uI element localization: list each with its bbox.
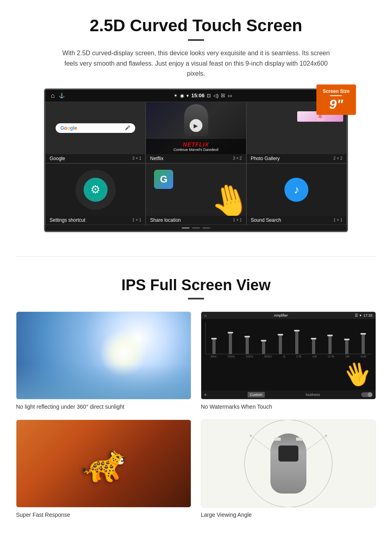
amp-footer: « Custom loudness (201, 390, 376, 399)
mic-icon: 🎤 (125, 125, 130, 130)
sound-app-top: ♪ (247, 164, 346, 216)
cheetah-background: 🐆 (16, 420, 191, 507)
hand-touch-icon: 🤚 (206, 177, 246, 215)
sunlight-gradient-bottom (16, 364, 191, 399)
badge-label: Screen Size (323, 88, 350, 94)
app-grid-row1: Google 🎤 Google 3 × 1 (45, 102, 347, 163)
eq-bar-8 (328, 335, 332, 354)
feature-grid: No light reflecting under 360° direct su… (16, 311, 376, 518)
eq-label-1: 60hz (210, 355, 216, 358)
netflix-app-size: 3 × 2 (233, 156, 242, 161)
google-app-top: Google 🎤 (46, 102, 145, 154)
app-grid-row2: ⚙ Settings shortcut 1 × 1 G 🤚 (45, 163, 347, 225)
car-body (270, 434, 306, 494)
eq-handle-7 (311, 338, 316, 339)
cheetah-label: Super Fast Response (16, 512, 191, 518)
share-app-size: 1 × 1 (233, 218, 242, 222)
google-search-bar[interactable]: Google 🎤 (56, 123, 135, 133)
google-app-cell[interactable]: Google 🎤 Google 3 × 1 (45, 102, 146, 163)
share-label: Share location 1 × 1 (146, 216, 246, 225)
bluetooth-icon: ✶ (174, 93, 178, 98)
eq-handle-6 (294, 330, 300, 331)
section2-title: IPS Full Screen View (16, 277, 376, 294)
eq-label-5: 1k (282, 355, 285, 358)
settings-label: Settings shortcut 1 × 1 (46, 216, 145, 225)
eq-handle-9 (344, 339, 350, 340)
location-icon: ◉ (180, 93, 184, 98)
netflix-play-button[interactable]: ▶ (190, 119, 202, 132)
eq-bar-7 (312, 338, 315, 354)
cheetah-image: 🐆 (16, 420, 191, 508)
wifi-icon: ▾ (186, 93, 189, 98)
amp-toggle[interactable] (361, 392, 372, 397)
eq-bar-10 (362, 333, 365, 354)
eq-label-8: 12.5k (328, 355, 334, 358)
dot-1 (182, 227, 190, 229)
dot-2 (192, 227, 200, 229)
amp-loudness-label: loudness (306, 393, 320, 397)
feature-sunlight: No light reflecting under 360° direct su… (16, 311, 191, 410)
sound-app-cell[interactable]: ♪ Sound Search 1 × 1 (246, 163, 347, 225)
settings-app-size: 1 × 1 (132, 218, 142, 222)
gallery-label: Photo Gallery 2 × 2 (247, 154, 346, 163)
settings-ghost-circles (46, 164, 145, 216)
amp-prev-icon: « (204, 393, 206, 397)
sound-app-name: Sound Search (251, 217, 281, 223)
google-label: Google 3 × 1 (46, 154, 145, 163)
amp-toggle-knob (368, 392, 372, 397)
car-background (201, 420, 376, 507)
eq-bar-6 (295, 330, 298, 354)
eq-handle-5 (278, 334, 283, 335)
eq-bar-3 (246, 336, 249, 354)
sound-app-size: 1 × 1 (333, 218, 342, 222)
ghost-circle-2 (82, 177, 108, 203)
eq-handle-8 (327, 335, 333, 336)
statusbar-left: ⌂ ⚓ (51, 92, 65, 99)
home-icon: ⌂ (51, 92, 55, 99)
amp-wifi-icon: ▾ (360, 313, 362, 317)
gmaps-icon: G (154, 170, 173, 189)
headlight-right (296, 438, 302, 441)
feature-cheetah: 🐆 Super Fast Response (16, 420, 191, 518)
eq-handle-3 (244, 336, 250, 337)
amp-home-icon: ⌂ (204, 313, 206, 317)
close-icon: ☒ (221, 93, 225, 98)
section1-description: With 2.5D curved-display screen, this de… (60, 48, 332, 79)
badge-size: 9" (323, 97, 350, 111)
share-app-name: Share location (150, 217, 181, 223)
screen-size-badge: Screen Size 9" (316, 84, 356, 115)
amp-eq-labels: 60hz 100hz 200hz 500hz 1k 2.5k 10k 12.5k… (205, 355, 372, 358)
google-app-size: 3 × 1 (132, 156, 142, 161)
amp-custom-label: Custom (248, 392, 265, 397)
settings-app-cell[interactable]: ⚙ Settings shortcut 1 × 1 (45, 163, 146, 225)
gallery-app-name: Photo Gallery (251, 156, 280, 161)
amp-title: Amplifier (274, 313, 288, 317)
netflix-overlay: NETFLIX Continue Marvel's Daredevil (146, 139, 246, 154)
watermarks-label: No Watermarks When Touch (201, 403, 376, 410)
car-label: Large Viewing Angle (201, 512, 376, 518)
netflix-subtitle: Continue Marvel's Daredevil (149, 148, 242, 152)
eq-bar-5 (279, 334, 282, 354)
eq-label-4: 500hz (264, 355, 272, 358)
amp-status-icons: ☰ ▾ 17:33 (355, 313, 372, 317)
eq-bar-2 (229, 332, 232, 354)
share-app-cell[interactable]: G 🤚 Share location 1 × 1 (146, 163, 246, 225)
eq-bar-1 (212, 338, 216, 354)
feature-car: Large Viewing Angle (201, 420, 376, 518)
volume-icon: ◁) (213, 93, 218, 98)
eq-handle-1 (211, 338, 217, 339)
netflix-label: Netflix 3 × 2 (146, 154, 246, 163)
statusbar-time: 15:06 (191, 92, 204, 98)
amp-menu-icon: ☰ (355, 313, 358, 317)
google-app-name: Google (50, 156, 65, 161)
settings-app-top: ⚙ (46, 164, 145, 216)
amplifier-background: ⌂ Amplifier ☰ ▾ 17:33 (201, 312, 376, 399)
gallery-app-size: 2 × 2 (333, 156, 342, 161)
curved-touch-section: 2.5D Curved Touch Screen With 2.5D curve… (0, 0, 392, 244)
netflix-app-cell[interactable]: ▶ NETFLIX Continue Marvel's Daredevil Ne… (146, 102, 246, 163)
settings-app-name: Settings shortcut (50, 217, 85, 223)
statusbar-center: ✶ ◉ ▾ 15:06 ⊡ ◁) ☒ ▭ (174, 92, 232, 98)
ips-section: IPS Full Screen View No light reflecting… (0, 269, 392, 534)
car-headlights (274, 438, 302, 441)
amplifier-image: ⌂ Amplifier ☰ ▾ 17:33 (201, 311, 376, 399)
